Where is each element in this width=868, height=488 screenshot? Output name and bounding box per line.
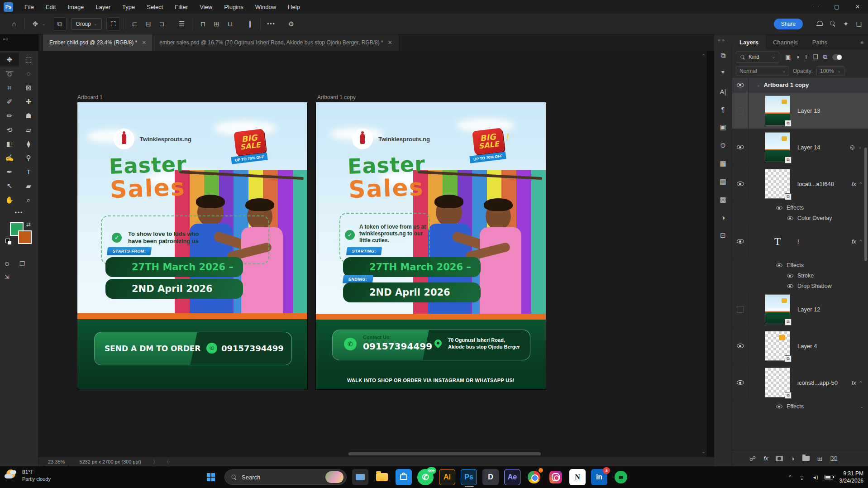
filter-shape-layers-icon[interactable]: ❑ [813, 53, 818, 61]
fx-collapse-icon[interactable]: ^ [860, 182, 862, 186]
align-top-icon[interactable]: ⊓ [196, 17, 210, 31]
more-options-icon[interactable]: ••• [264, 17, 278, 31]
scroll-down-icon[interactable]: ⌄ [702, 449, 706, 454]
linkedin-icon[interactable]: in3 [591, 469, 607, 485]
libraries-panel-icon[interactable]: ⊜ [720, 141, 726, 149]
layer-row[interactable]: Drop Shadow [732, 281, 868, 291]
effect-item-label[interactable]: Color Overlay [797, 215, 832, 221]
layer-thumbnail[interactable]: ⧉ [765, 368, 790, 397]
quick-mask-icon[interactable]: ⊙ [5, 260, 10, 267]
layer-thumbnail[interactable]: ⧉ [765, 96, 790, 125]
background-color-swatch[interactable] [18, 230, 32, 244]
pen-tool-icon[interactable]: ✒ [0, 165, 19, 179]
layer-row[interactable]: Effects⌄ [732, 401, 868, 411]
brush-tool-icon[interactable]: ✏ [0, 109, 19, 123]
minimize-button[interactable]: — [806, 0, 826, 14]
distribute-h-icon[interactable]: ☰ [175, 17, 188, 31]
visibility-toggle[interactable] [732, 129, 749, 165]
layer-thumbnail[interactable]: ⧉ [765, 294, 790, 324]
effect-item-label[interactable]: Drop Shadow [797, 283, 832, 289]
menu-select[interactable]: Select [141, 0, 169, 14]
share-button[interactable]: Share [774, 19, 803, 29]
microsoft-store-icon[interactable] [396, 469, 412, 485]
filter-kind-dropdown[interactable]: Kind ⌄ [736, 52, 779, 62]
edit-in-express-icon[interactable]: ⇲ [5, 273, 10, 280]
smudge-tool-icon[interactable]: ✍ [0, 151, 19, 165]
clock[interactable]: 9:31 PM 3/24/2026 [839, 470, 863, 484]
default-colors-icon[interactable] [5, 239, 11, 244]
panel-menu-icon[interactable]: ≡ [860, 39, 868, 45]
taskbar-search[interactable]: Search [224, 469, 347, 485]
menu-view[interactable]: View [194, 0, 218, 14]
layer-name[interactable]: ! [797, 238, 799, 245]
document-tab-2[interactable]: ember sales.psd @ 16.7% (70 Ogunusi Ishe… [153, 34, 399, 51]
distribute-v-icon[interactable]: ∥ [243, 17, 257, 31]
fx-icon[interactable]: fx [852, 238, 856, 245]
opacity-field[interactable]: 100% ⌄ [816, 66, 844, 76]
swatches-panel-icon[interactable]: ⊡ [720, 231, 726, 239]
layer-row[interactable]: ⧉icons8...app-50fx^ [732, 364, 868, 401]
canvas-vertical-scrollbar[interactable] [701, 60, 706, 443]
filter-adjustment-layers-icon[interactable]: ◑ [796, 53, 799, 61]
start-button[interactable] [203, 469, 219, 485]
move-tool-icon[interactable]: ✥ [0, 53, 19, 67]
visibility-toggle[interactable] [732, 166, 749, 202]
adjustment-layer-icon[interactable]: ◑ [791, 455, 794, 462]
eye-icon[interactable] [776, 404, 782, 408]
fx-icon[interactable]: fx [852, 379, 856, 386]
layer-row[interactable]: Effects [732, 202, 868, 213]
screen-mode-icon[interactable]: ❐ [19, 260, 25, 267]
close-button[interactable]: ✕ [847, 0, 868, 14]
tab-channels[interactable]: Channels [766, 34, 805, 50]
battery-icon[interactable] [825, 475, 833, 479]
status-chevron-right-icon[interactable]: 〉 [153, 459, 158, 465]
canvas-horizontal-scrollbar[interactable] [348, 452, 541, 455]
marquee-tool-icon[interactable]: ⬚ [19, 53, 38, 67]
layer-style-fx-icon[interactable]: fx [763, 455, 768, 462]
canvas-area[interactable]: Artboard 1 Artboard 1 copy [38, 51, 707, 457]
layer-mask-icon[interactable] [776, 456, 783, 461]
file-explorer-icon[interactable] [374, 469, 390, 485]
adjustments-panel-icon[interactable]: ▣ [720, 123, 726, 131]
eye-icon[interactable] [787, 273, 793, 277]
eyedropper-tool-icon[interactable]: ✐ [0, 95, 19, 109]
comments-panel-icon[interactable]: ❞ [721, 70, 725, 78]
layer-row[interactable]: ⧉locati...a1f648fx^ [732, 166, 868, 202]
whatsapp-icon[interactable]: ✆99+ [417, 469, 434, 485]
layer-row[interactable]: T!fx^ [732, 223, 868, 260]
auto-select-target-dropdown[interactable]: Group ⌄ [71, 18, 102, 30]
lasso-tool-icon[interactable]: ➰ [0, 67, 19, 81]
visibility-toggle[interactable] [732, 364, 749, 401]
patterns-panel-icon[interactable]: ▩ [720, 196, 726, 204]
menu-help[interactable]: Help [282, 0, 306, 14]
discord-icon[interactable]: D [482, 469, 499, 485]
healing-brush-tool-icon[interactable]: ✚ [19, 95, 38, 109]
document-tab-1[interactable]: Ember child.psd @ 23.4% (RGB/8) * ✕ [43, 34, 153, 51]
maximize-button[interactable]: ▢ [826, 0, 847, 14]
tab-paths[interactable]: Paths [805, 34, 835, 50]
layer-row[interactable]: ⧉Layer 12 [732, 291, 868, 328]
layer-row[interactable]: ⧉Layer 14◎⌄ [732, 129, 868, 166]
object-selection-tool-icon[interactable]: ◌ [19, 67, 38, 81]
chrome-icon[interactable] [526, 469, 542, 485]
transform-controls-icon[interactable]: ⛶ [106, 17, 120, 31]
search-icon[interactable] [830, 21, 836, 27]
hidden-icons-chevron[interactable]: ⌃ [788, 474, 792, 480]
crop-tool-icon[interactable]: ⌗ [0, 81, 19, 95]
menu-edit[interactable]: Edit [40, 0, 62, 14]
layer-name[interactable]: icons8...app-50 [797, 379, 838, 386]
align-bottom-icon[interactable]: ⊔ [223, 17, 237, 31]
effects-label[interactable]: Effects [787, 403, 804, 410]
clone-stamp-tool-icon[interactable]: ☗ [19, 109, 38, 123]
align-center-h-icon[interactable]: ⊟ [141, 17, 155, 31]
layer-row[interactable]: ⧉Layer 4 [732, 328, 868, 364]
filter-toggle[interactable] [832, 54, 842, 60]
layer-name[interactable]: Layer 14 [797, 144, 820, 151]
menu-image[interactable]: Image [62, 0, 90, 14]
delete-layer-icon[interactable]: ⌧ [830, 455, 838, 462]
visibility-toggle[interactable] [732, 328, 749, 364]
eye-icon[interactable] [776, 206, 782, 210]
layer-row[interactable]: ⌄Artboard 1 copy [732, 78, 868, 92]
effect-item-label[interactable]: Stroke [797, 273, 814, 279]
layers-scrollbar[interactable] [864, 80, 868, 465]
